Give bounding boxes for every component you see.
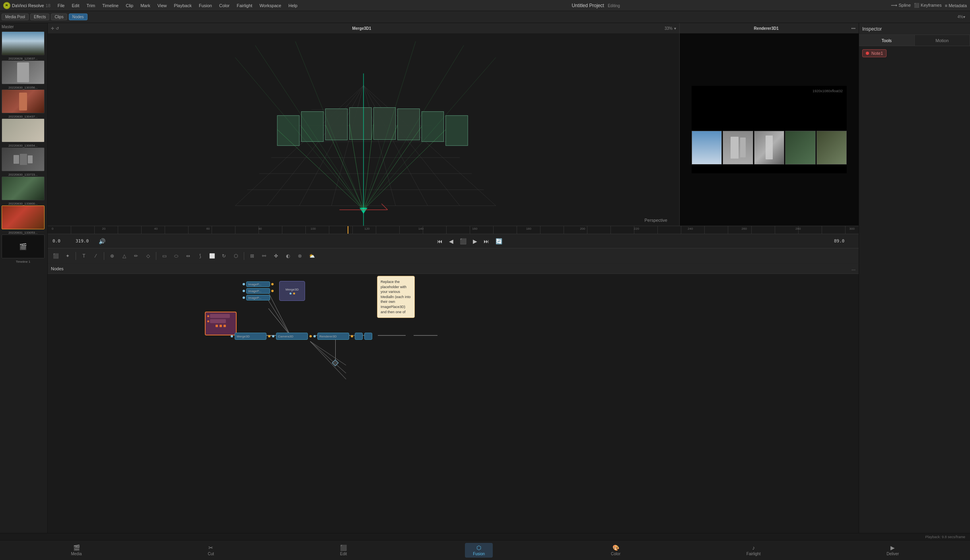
media-item-3[interactable] <box>2 89 45 113</box>
tool-pointer[interactable]: ✦ <box>63 251 72 261</box>
media-item-5[interactable] <box>2 147 45 171</box>
tab-media[interactable]: 🎬 Media <box>63 543 89 558</box>
timeline-item[interactable]: 🎬 <box>2 234 45 258</box>
play-btn[interactable]: ▶ <box>471 237 479 245</box>
tool-shape-circle[interactable]: ⬭ <box>171 251 181 261</box>
menu-help[interactable]: Help <box>285 2 301 9</box>
menu-fusion[interactable]: Fusion <box>196 2 215 9</box>
menu-color[interactable]: Color <box>216 2 233 9</box>
menu-file[interactable]: File <box>54 2 68 9</box>
stop-btn[interactable]: ⬛ <box>458 237 468 245</box>
renderer-more[interactable]: ••• <box>851 26 855 31</box>
tool-shape-rect[interactable]: ▭ <box>159 251 169 261</box>
node-imagep1[interactable]: ImageP... <box>246 281 270 287</box>
node-flow2[interactable]: Camera3D <box>276 333 308 340</box>
tool-path[interactable]: △ <box>119 251 129 261</box>
tool-paint[interactable]: ∕ <box>91 251 101 261</box>
keyframes-btn[interactable]: ⬛ Keyframes <box>914 3 942 8</box>
tab-deliver[interactable]: ▶ Deliver <box>879 543 907 558</box>
media-item-6[interactable] <box>2 176 45 200</box>
node-cluster-top: ImageP... ImageP... ImageP... <box>243 281 305 301</box>
nodes-btn[interactable]: Nodes <box>69 14 87 20</box>
viewport-reset[interactable]: ↺ <box>56 26 59 31</box>
viewport-3d-title: Merge3D1 <box>352 26 371 31</box>
tab-cut[interactable]: ✂ Cut <box>200 543 222 558</box>
viewport-3d-more[interactable]: ▾ <box>674 26 676 31</box>
svg-rect-20 <box>373 108 395 140</box>
transform3d-node[interactable] <box>205 312 237 335</box>
tool-rotate[interactable]: ↻ <box>219 251 229 261</box>
tab-edit[interactable]: ⬛ Edit <box>332 543 355 558</box>
menu-view[interactable]: View <box>154 2 170 9</box>
tool-particle[interactable]: ✤ <box>271 251 281 261</box>
media-tab-icon: 🎬 <box>73 544 80 551</box>
viewport-3d[interactable]: ✛ ↺ Merge3D1 33% ▾ <box>48 23 680 226</box>
tab-fusion[interactable]: ⬡ Fusion <box>465 543 493 558</box>
metadata-btn[interactable]: ≡ Metadata <box>945 3 967 8</box>
play-reverse-btn[interactable]: ◀ <box>447 237 455 245</box>
media-label-3: 20220830_130437... <box>2 115 45 118</box>
menu-timeline[interactable]: Timeline <box>99 2 122 9</box>
media-item-1[interactable] <box>2 31 45 55</box>
node-input-dot <box>243 290 245 292</box>
menu-playback[interactable]: Playback <box>171 2 195 9</box>
media-item-4[interactable] <box>2 118 45 142</box>
nodes-options-btn[interactable]: ... <box>851 266 855 271</box>
media-pool-btn[interactable]: Media Pool <box>2 14 29 20</box>
filmstrip-item-1 <box>692 131 722 165</box>
loop-btn[interactable]: 🔄 <box>494 237 504 245</box>
viewport-2d[interactable]: Renderer3D1 ••• 1920x1080xfloat32 <box>680 23 859 226</box>
tools-sep-4 <box>244 252 244 260</box>
tab-tools[interactable]: Tools <box>859 35 915 46</box>
go-start-btn[interactable]: ⏮ <box>435 237 444 245</box>
flow-nodes: Merge3D Camera3D Renderer3D <box>231 333 372 340</box>
menu-edit[interactable]: Edit <box>69 2 83 9</box>
tool-mask[interactable]: ◐ <box>283 251 293 261</box>
node-imagep3[interactable]: ImageP... <box>246 295 270 300</box>
media-item-2[interactable] <box>2 60 45 84</box>
node-imagep2[interactable]: ImageP... <box>246 288 270 294</box>
node-flow3[interactable]: Renderer3D <box>317 333 349 340</box>
tab-fairlight[interactable]: ♪ Fairlight <box>739 543 769 558</box>
node-flow1[interactable]: Merge3D <box>235 333 266 340</box>
tool-text[interactable]: T <box>79 251 89 261</box>
tool-mirror[interactable]: ⇔ <box>183 251 193 261</box>
main-layout: Master 20220828_123637... 20220830_13035… <box>0 23 970 560</box>
cut-tab-icon: ✂ <box>208 544 213 551</box>
node-end2[interactable] <box>364 333 372 340</box>
note1-badge[interactable]: Note1 <box>862 49 886 57</box>
tool-transform[interactable]: ⊕ <box>107 251 117 261</box>
node-end1[interactable] <box>355 333 363 340</box>
go-end-btn[interactable]: ⏭ <box>482 237 491 245</box>
tool-warp[interactable]: ⟆ <box>195 251 205 261</box>
spline-btn[interactable]: ⟿ Spline <box>891 3 911 8</box>
tab-color[interactable]: 🎨 Color <box>603 543 628 558</box>
effects-btn[interactable]: Effects <box>30 14 49 20</box>
note-text: Replace the placeholder with your variou… <box>381 280 411 314</box>
timeline-scrubber[interactable]: 0204060801001201401601802002202402602803… <box>48 226 859 234</box>
menu-right-controls: ⟿ Spline ⬛ Keyframes ≡ Metadata <box>891 3 967 8</box>
clips-btn[interactable]: Clips <box>51 14 67 20</box>
tool-pen[interactable]: ✏ <box>131 251 141 261</box>
tool-crop[interactable]: ⬜ <box>207 251 217 261</box>
merge3d-node[interactable]: Merge3D <box>279 281 305 301</box>
scrubber-track[interactable]: 0204060801001201401601802002202402602803… <box>48 226 859 234</box>
menu-trim[interactable]: Trim <box>83 2 98 9</box>
frame-counter: 89.0 <box>834 238 854 244</box>
tool-clone[interactable]: ⚯ <box>259 251 269 261</box>
tool-select[interactable]: ⬛ <box>51 251 60 261</box>
flow-output-dot3 <box>351 335 353 337</box>
media-item-7[interactable] <box>2 205 45 229</box>
tool-bucket[interactable]: ◇ <box>143 251 153 261</box>
audio-btn[interactable]: 🔊 <box>99 238 105 244</box>
svg-line-49 <box>310 341 346 373</box>
tool-polygon[interactable]: ⬡ <box>231 251 241 261</box>
tab-motion[interactable]: Motion <box>915 35 970 46</box>
tool-blur[interactable]: ⊗ <box>295 251 305 261</box>
menu-fairlight[interactable]: Fairlight <box>233 2 255 9</box>
menu-clip[interactable]: Clip <box>122 2 136 9</box>
menu-mark[interactable]: Mark <box>137 2 153 9</box>
menu-workspace[interactable]: Workspace <box>256 2 284 9</box>
tool-tracker[interactable]: ⊞ <box>247 251 257 261</box>
tool-distort[interactable]: ⛅ <box>307 251 317 261</box>
